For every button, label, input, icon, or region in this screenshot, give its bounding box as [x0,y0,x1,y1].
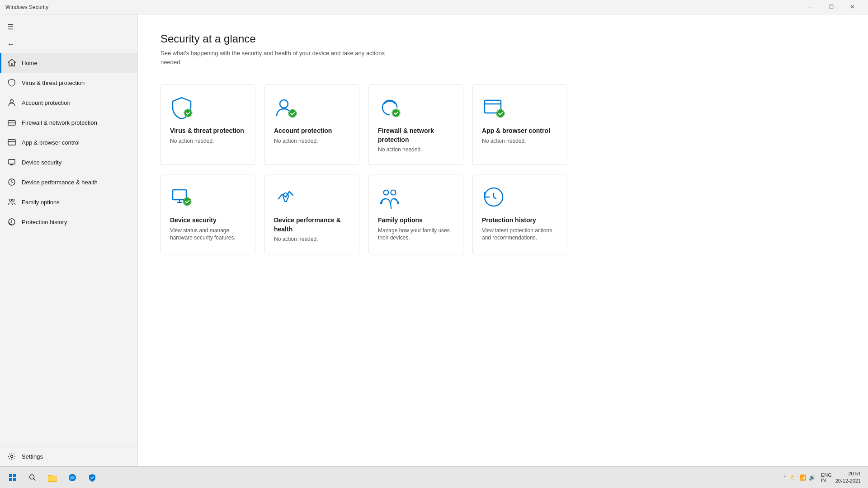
window-controls: — ❐ ✕ [800,0,863,14]
sidebar-label-browser: App & browser control [22,139,80,146]
sys-icons: ⌃ ⛅ 📶 🔊 [783,474,816,481]
card-firewall[interactable]: Firewall & network protection No action … [368,84,463,165]
card-performance-icon [274,185,297,209]
svg-point-15 [392,109,400,117]
card-device-security[interactable]: Device security View status and manage h… [160,174,255,254]
sidebar-label-virus: Virus & threat protection [22,80,85,86]
sidebar: ☰ ← Home Virus & threat protection [0,14,138,466]
svg-rect-28 [13,478,16,481]
card-history-title: Protection history [482,216,558,225]
card-account-icon [274,96,297,119]
titlebar: Windows Security — ❐ ✕ [0,0,868,14]
sidebar-item-performance[interactable]: Device performance & health [0,172,137,192]
account-icon [7,98,16,107]
shield-icon [7,78,16,87]
firewall-icon [7,118,16,127]
minimize-button[interactable]: — [800,0,821,14]
card-browser-desc: No action needed. [482,137,558,145]
chevron-up-icon[interactable]: ⌃ [783,475,787,480]
sidebar-label-device-security: Device security [22,159,61,166]
svg-point-11 [280,100,288,108]
clock-date: 20-12-2021 [835,478,861,484]
app-body: ☰ ← Home Virus & threat protection [0,14,868,466]
card-firewall-title: Firewall & network protection [378,127,454,144]
family-icon [7,197,16,206]
wifi-icon[interactable]: 📶 [799,474,806,481]
sidebar-item-history[interactable]: Protection history [0,212,137,232]
volume-icon[interactable]: 🔊 [809,474,816,481]
svg-point-13 [289,110,296,117]
card-browser-icon [482,96,505,119]
clock[interactable]: 20:51 20-12-2021 [835,470,861,484]
sidebar-label-performance: Device performance & health [22,179,98,186]
history-icon [7,217,16,226]
page-subtitle: See what's happening with the security a… [160,49,387,66]
page-title: Security at a glance [160,33,845,45]
system-tray: ⌃ ⛅ 📶 🔊 ENGIN 20:51 20-12-2021 [783,470,864,484]
card-account[interactable]: Account protection No action needed. [264,84,359,165]
card-family-title: Family options [378,216,454,225]
sidebar-settings[interactable]: Settings [0,446,137,466]
sidebar-item-home[interactable]: Home [0,53,137,73]
language-indicator: ENGIN [821,472,832,483]
svg-point-8 [11,455,13,458]
card-virus[interactable]: Virus & threat protection No action need… [160,84,255,165]
weather-icon: ⛅ [790,474,797,481]
taskbar-search[interactable] [24,469,42,487]
performance-icon [7,178,16,187]
sidebar-label-history: Protection history [22,219,67,225]
svg-rect-25 [9,474,12,477]
device-security-icon [7,158,16,167]
svg-point-0 [10,100,14,103]
svg-point-24 [381,204,399,204]
taskbar-edge[interactable] [63,469,81,487]
settings-icon [7,452,16,461]
start-button[interactable] [4,469,22,487]
sidebar-item-account[interactable]: Account protection [0,93,137,113]
restore-button[interactable]: ❐ [821,0,842,14]
card-performance[interactable]: Device performance & health No action ne… [264,174,359,254]
sidebar-item-firewall[interactable]: Firewall & network protection [0,113,137,132]
card-device-security-icon [170,185,193,209]
svg-point-22 [384,190,389,195]
card-device-security-desc: View status and manage hardware security… [170,227,246,242]
taskbar-defender[interactable] [83,469,101,487]
card-virus-title: Virus & threat protection [170,127,246,136]
close-button[interactable]: ✕ [842,0,863,14]
hamburger-icon: ☰ [7,23,14,31]
sidebar-item-browser[interactable]: App & browser control [0,132,137,152]
taskbar: ⌃ ⛅ 📶 🔊 ENGIN 20:51 20-12-2021 [0,466,868,488]
card-firewall-desc: No action needed. [378,146,454,154]
card-performance-desc: No action needed. [274,235,350,243]
taskbar-file-explorer[interactable] [43,469,61,487]
hamburger-menu[interactable]: ☰ [0,18,137,36]
settings-label: Settings [22,453,43,460]
svg-point-10 [184,109,192,117]
back-button[interactable]: ← [0,36,137,53]
back-icon: ← [7,40,14,48]
card-browser[interactable]: App & browser control No action needed. [472,84,567,165]
card-family-icon [378,185,401,209]
main-content: Security at a glance See what's happenin… [138,14,868,466]
card-account-desc: No action needed. [274,137,350,145]
browser-icon [7,138,16,147]
svg-point-18 [497,110,504,117]
sidebar-item-virus[interactable]: Virus & threat protection [0,73,137,93]
sidebar-label-firewall: Firewall & network protection [22,119,97,126]
sidebar-label-account: Account protection [22,99,71,106]
sidebar-item-device-security[interactable]: Device security [0,152,137,172]
home-icon [7,58,16,67]
card-history-icon [482,185,505,209]
svg-rect-19 [173,190,186,200]
card-family-desc: Manage how your family uses their device… [378,227,454,242]
svg-point-6 [12,199,14,202]
card-history-desc: View latest protection actions and recom… [482,227,558,242]
sidebar-item-family[interactable]: Family options [0,192,137,212]
card-firewall-icon [378,96,401,119]
sidebar-label-home: Home [22,60,38,66]
svg-rect-27 [9,478,12,481]
card-family[interactable]: Family options Manage how your family us… [368,174,463,254]
card-virus-desc: No action needed. [170,137,246,145]
card-history[interactable]: Protection history View latest protectio… [472,174,567,254]
security-cards-grid: Virus & threat protection No action need… [160,84,567,254]
